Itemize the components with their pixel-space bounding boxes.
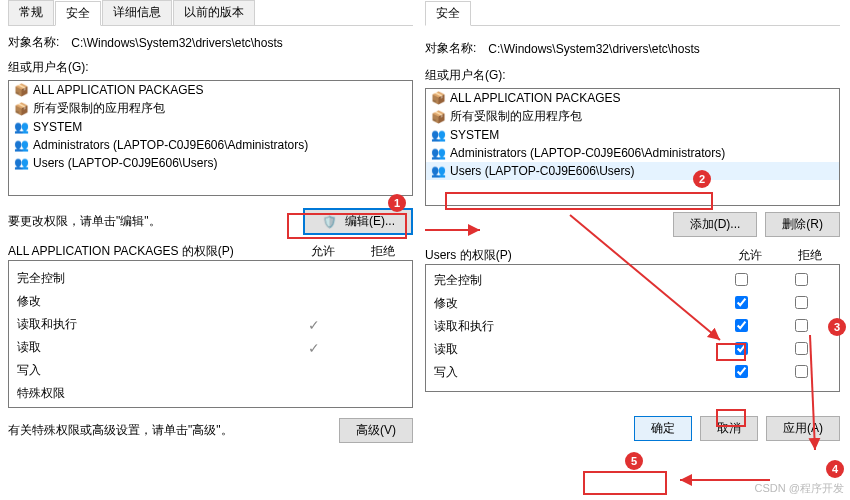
users-icon: 👥 <box>430 163 446 179</box>
list-item[interactable]: 👥Users (LAPTOP-C0J9E606\Users) <box>9 154 412 172</box>
deny-checkbox[interactable] <box>795 365 808 378</box>
list-item[interactable]: 👥SYSTEM <box>426 126 839 144</box>
deny-header: 拒绝 <box>353 243 413 260</box>
allow-header: 允许 <box>720 247 780 264</box>
remove-button[interactable]: 删除(R) <box>765 212 840 237</box>
perm-name: 读取 <box>434 341 711 358</box>
advanced-button[interactable]: 高级(V) <box>339 418 413 443</box>
permissions-readonly: 完全控制 修改 读取和执行 ✓ 读取 ✓ 写入 特殊权限 <box>8 260 413 408</box>
object-path: C:\Windows\System32\drivers\etc\hosts <box>71 36 282 50</box>
tab-security[interactable]: 安全 <box>55 1 101 26</box>
package-icon: 📦 <box>13 101 29 117</box>
allow-checkbox[interactable] <box>735 342 748 355</box>
tabs: 常规 安全 详细信息 以前的版本 <box>8 0 413 26</box>
perm-name: 写入 <box>434 364 711 381</box>
perm-row: 完全控制 <box>434 269 831 292</box>
perm-row: 修改 <box>434 292 831 315</box>
permissions-dialog-right: 安全 对象名称: C:\Windows\System32\drivers\etc… <box>425 0 840 441</box>
perm-row: 修改 <box>17 290 404 313</box>
tab-security[interactable]: 安全 <box>425 1 471 26</box>
perm-name: 完全控制 <box>434 272 711 289</box>
perm-row: 读取和执行 <box>434 315 831 338</box>
marker-3: 3 <box>828 318 846 336</box>
tab-previous[interactable]: 以前的版本 <box>173 0 255 25</box>
allow-mark: ✓ <box>284 340 344 356</box>
perm-name: 读取和执行 <box>434 318 711 335</box>
add-button[interactable]: 添加(D)... <box>673 212 758 237</box>
tab-details[interactable]: 详细信息 <box>102 0 172 25</box>
groups-label: 组或用户名(G): <box>425 67 840 84</box>
package-icon: 📦 <box>13 82 29 98</box>
object-name-label: 对象名称: <box>8 34 59 51</box>
perm-row: 写入 <box>434 361 831 384</box>
allow-checkbox[interactable] <box>735 273 748 286</box>
list-item[interactable]: 👥Users (LAPTOP-C0J9E606\Users) <box>426 162 839 180</box>
perm-name: 特殊权限 <box>17 385 284 402</box>
marker-4: 4 <box>826 460 844 478</box>
list-item[interactable]: 👥Administrators (LAPTOP-C0J9E606\Adminis… <box>426 144 839 162</box>
allow-checkbox[interactable] <box>735 296 748 309</box>
list-item[interactable]: 📦所有受限制的应用程序包 <box>9 99 412 118</box>
perm-row: 完全控制 <box>17 267 404 290</box>
deny-header: 拒绝 <box>780 247 840 264</box>
groups-label: 组或用户名(G): <box>8 59 413 76</box>
perm-row: 特殊权限 <box>17 382 404 405</box>
perm-name: 写入 <box>17 362 284 379</box>
shield-icon: 🛡️ <box>321 214 337 230</box>
tab-general[interactable]: 常规 <box>8 0 54 25</box>
allow-mark: ✓ <box>284 317 344 333</box>
list-item[interactable]: 📦所有受限制的应用程序包 <box>426 107 839 126</box>
deny-checkbox[interactable] <box>795 273 808 286</box>
perm-name: 完全控制 <box>17 270 284 287</box>
object-path: C:\Windows\System32\drivers\etc\hosts <box>488 42 699 56</box>
perm-name: 读取和执行 <box>17 316 284 333</box>
users-icon: 👥 <box>13 119 29 135</box>
edit-button[interactable]: 🛡️ 编辑(E)... <box>303 208 413 235</box>
marker-2: 2 <box>693 170 711 188</box>
object-name-label: 对象名称: <box>425 40 476 57</box>
list-item[interactable]: 📦ALL APPLICATION PACKAGES <box>426 89 839 107</box>
perm-row: 读取和执行 ✓ <box>17 313 404 336</box>
allow-checkbox[interactable] <box>735 365 748 378</box>
marker-5: 5 <box>625 452 643 470</box>
perm-row: 写入 <box>17 359 404 382</box>
groups-listbox[interactable]: 📦ALL APPLICATION PACKAGES 📦所有受限制的应用程序包 👥… <box>8 80 413 196</box>
watermark: CSDN @程序开发 <box>755 481 844 496</box>
users-icon: 👥 <box>13 155 29 171</box>
deny-checkbox[interactable] <box>795 319 808 332</box>
properties-dialog-left: 常规 安全 详细信息 以前的版本 对象名称: C:\Windows\System… <box>8 0 413 451</box>
list-item[interactable]: 👥Administrators (LAPTOP-C0J9E606\Adminis… <box>9 136 412 154</box>
perm-row: 读取 ✓ <box>17 336 404 359</box>
groups-listbox[interactable]: 📦ALL APPLICATION PACKAGES📦所有受限制的应用程序包👥SY… <box>425 88 840 206</box>
perm-title: Users 的权限(P) <box>425 247 720 264</box>
users-icon: 👥 <box>430 127 446 143</box>
permissions-editable: 完全控制 修改 读取和执行 读取 写入 <box>425 264 840 392</box>
perm-title: ALL APPLICATION PACKAGES 的权限(P) <box>8 243 293 260</box>
highlight-ok <box>583 471 667 495</box>
tabs: 安全 <box>425 0 840 26</box>
package-icon: 📦 <box>430 109 446 125</box>
perm-name: 读取 <box>17 339 284 356</box>
apply-button[interactable]: 应用(A) <box>766 416 840 441</box>
marker-1: 1 <box>388 194 406 212</box>
perm-name: 修改 <box>17 293 284 310</box>
deny-checkbox[interactable] <box>795 296 808 309</box>
list-item[interactable]: 📦ALL APPLICATION PACKAGES <box>9 81 412 99</box>
ok-button[interactable]: 确定 <box>634 416 692 441</box>
advanced-hint: 有关特殊权限或高级设置，请单击"高级"。 <box>8 422 233 439</box>
allow-checkbox[interactable] <box>735 319 748 332</box>
list-item[interactable]: 👥SYSTEM <box>9 118 412 136</box>
edit-hint: 要更改权限，请单击"编辑"。 <box>8 213 161 230</box>
deny-checkbox[interactable] <box>795 342 808 355</box>
allow-header: 允许 <box>293 243 353 260</box>
package-icon: 📦 <box>430 90 446 106</box>
users-icon: 👥 <box>13 137 29 153</box>
cancel-button[interactable]: 取消 <box>700 416 758 441</box>
perm-row: 读取 <box>434 338 831 361</box>
users-icon: 👥 <box>430 145 446 161</box>
perm-name: 修改 <box>434 295 711 312</box>
